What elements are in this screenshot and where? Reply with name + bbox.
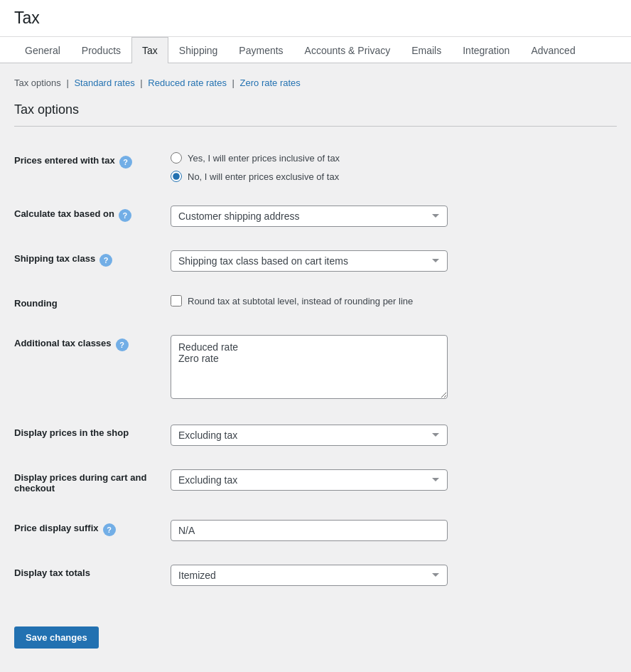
row-display-tax-totals: Display tax totals Itemized As a single … <box>14 553 617 598</box>
sub-navigation: Tax options | Standard rates | Reduced r… <box>14 78 617 88</box>
row-price-display-suffix: Price display suffix ? <box>14 508 617 553</box>
field-label-additional-tax: Additional tax classes <box>14 338 112 348</box>
subnav-current: Tax options <box>14 78 61 88</box>
page-header: Tax <box>0 0 631 37</box>
section-title: Tax options <box>14 102 617 127</box>
shipping-tax-class-select[interactable]: Shipping tax class based on cart items S… <box>171 250 448 272</box>
display-prices-shop-select[interactable]: Excluding tax Including tax <box>171 425 448 446</box>
rounding-checkbox-label[interactable]: Round tax at subtotal level, instead of … <box>171 295 617 306</box>
radio-input-no[interactable] <box>171 171 182 182</box>
field-label-display-shop: Display prices in the shop <box>14 427 129 438</box>
subnav-sep1: | <box>66 78 68 88</box>
subnav-standard-rates[interactable]: Standard rates <box>74 78 134 88</box>
radio-yes-inclusive[interactable]: Yes, I will enter prices inclusive of ta… <box>171 152 617 164</box>
help-icon-calculate-tax[interactable]: ? <box>119 209 131 222</box>
tab-accounts-privacy[interactable]: Accounts & Privacy <box>294 37 401 63</box>
row-shipping-tax-class: Shipping tax class ? Shipping tax class … <box>14 239 617 284</box>
settings-table: Prices entered with tax ? Yes, I will en… <box>14 141 617 598</box>
price-display-suffix-input[interactable] <box>171 520 448 541</box>
row-additional-tax-classes: Additional tax classes ? Reduced rate Ze… <box>14 324 617 413</box>
prices-entered-radio-group: Yes, I will enter prices inclusive of ta… <box>171 152 617 182</box>
tab-integration[interactable]: Integration <box>452 37 520 63</box>
row-display-prices-cart: Display prices during cart and checkout … <box>14 458 617 508</box>
field-label-rounding: Rounding <box>14 298 58 309</box>
display-prices-cart-select[interactable]: Excluding tax Including tax <box>171 469 448 491</box>
radio-yes-label: Yes, I will enter prices inclusive of ta… <box>188 153 340 164</box>
rounding-checkbox[interactable] <box>171 295 182 306</box>
field-label-calculate-tax: Calculate tax based on <box>14 208 114 219</box>
subnav-sep3: | <box>232 78 234 88</box>
radio-no-label: No, I will enter prices exclusive of tax <box>188 171 339 182</box>
tab-shipping[interactable]: Shipping <box>168 37 229 63</box>
field-label-price-suffix: Price display suffix <box>14 523 99 533</box>
field-label-display-cart: Display prices during cart and checkout <box>14 472 146 494</box>
tab-tax[interactable]: Tax <box>131 37 168 63</box>
display-tax-totals-select[interactable]: Itemized As a single total <box>171 565 448 586</box>
tab-emails[interactable]: Emails <box>401 37 452 63</box>
row-calculate-tax: Calculate tax based on ? Customer shippi… <box>14 194 617 239</box>
tab-payments[interactable]: Payments <box>228 37 293 63</box>
tab-products[interactable]: Products <box>71 37 131 63</box>
main-content: Tax options | Standard rates | Reduced r… <box>0 63 631 663</box>
subnav-reduced-rate[interactable]: Reduced rate rates <box>148 78 227 88</box>
rounding-checkbox-text: Round tax at subtotal level, instead of … <box>188 296 413 306</box>
row-display-prices-shop: Display prices in the shop Excluding tax… <box>14 413 617 458</box>
help-icon-price-suffix[interactable]: ? <box>103 523 116 536</box>
help-icon-prices-entered[interactable]: ? <box>119 156 132 169</box>
row-rounding: Rounding Round tax at subtotal level, in… <box>14 284 617 324</box>
row-prices-entered-with-tax: Prices entered with tax ? Yes, I will en… <box>14 141 617 194</box>
help-icon-additional-tax[interactable]: ? <box>116 338 129 351</box>
tab-advanced[interactable]: Advanced <box>520 37 586 63</box>
subnav-zero-rate[interactable]: Zero rate rates <box>240 78 301 88</box>
tab-general[interactable]: General <box>14 37 71 63</box>
save-changes-button[interactable]: Save changes <box>14 626 99 649</box>
radio-input-yes[interactable] <box>171 152 182 164</box>
help-icon-shipping-tax[interactable]: ? <box>99 254 112 267</box>
field-label-shipping-tax: Shipping tax class <box>14 253 95 264</box>
save-section: Save changes <box>14 612 617 649</box>
field-label-tax-totals: Display tax totals <box>14 567 90 578</box>
calculate-tax-select[interactable]: Customer shipping address Customer billi… <box>171 206 448 227</box>
page-title: Tax <box>14 9 617 28</box>
additional-tax-classes-textarea[interactable]: Reduced rate Zero rate <box>171 335 448 399</box>
subnav-sep2: | <box>140 78 142 88</box>
field-label-prices-entered: Prices entered with tax <box>14 155 115 166</box>
tab-navigation: General Products Tax Shipping Payments A… <box>0 37 631 63</box>
radio-no-exclusive[interactable]: No, I will enter prices exclusive of tax <box>171 171 617 182</box>
